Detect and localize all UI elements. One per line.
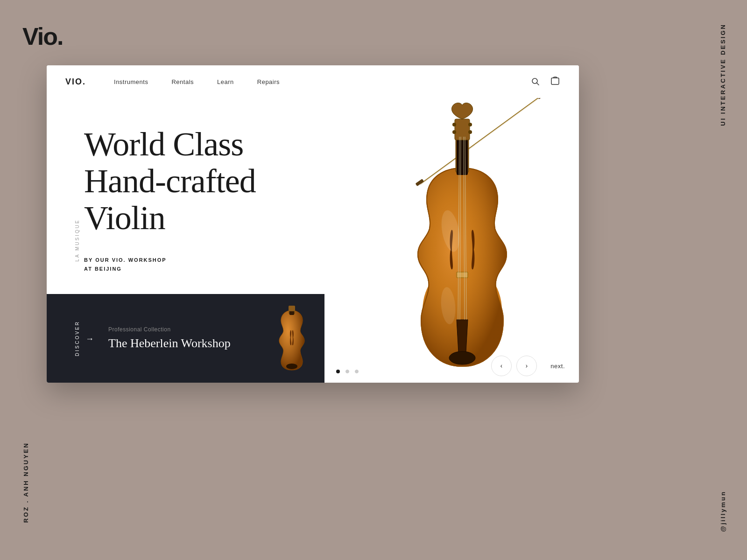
- panel-content: Professional Collection The Heberlein Wo…: [108, 326, 259, 350]
- discover-label: DISCOVER: [75, 321, 80, 356]
- nav-link-learn[interactable]: Learn: [217, 78, 234, 85]
- panel-title: The Heberlein Workshop: [108, 336, 259, 350]
- prev-button[interactable]: ‹: [491, 356, 512, 376]
- pagination-dot-1[interactable]: [336, 370, 340, 373]
- violin-image: [345, 79, 579, 383]
- hero-title: World Class Hand-crafted Violin: [84, 126, 256, 237]
- discover-section: DISCOVER ↓: [75, 321, 94, 356]
- hero-section: World Class Hand-crafted Violin BY OUR V…: [84, 126, 256, 274]
- nav-links: Instruments Rentals Learn Repairs: [114, 78, 530, 85]
- panel-collection-label: Professional Collection: [108, 326, 259, 333]
- discover-arrow-icon[interactable]: ↓: [85, 336, 94, 341]
- svg-point-18: [452, 130, 456, 134]
- pagination-dot-3[interactable]: [355, 370, 359, 373]
- next-button[interactable]: ›: [516, 356, 537, 376]
- nav-logo[interactable]: VIO.: [65, 77, 86, 87]
- navigation: VIO. Instruments Rentals Learn Repairs: [47, 65, 579, 98]
- browser-window: VIO. Instruments Rentals Learn Repairs: [47, 65, 579, 383]
- next-label: next.: [550, 363, 565, 370]
- outer-logo: Vio.: [22, 22, 63, 50]
- svg-point-12: [449, 351, 475, 364]
- nav-link-repairs[interactable]: Repairs: [257, 78, 280, 85]
- panel-violin-image: [273, 306, 310, 371]
- svg-point-16: [452, 123, 456, 126]
- svg-line-1: [537, 83, 539, 85]
- sidebar-label: LA MUSIQUE: [75, 219, 80, 261]
- nav-icons: [530, 77, 560, 87]
- search-icon[interactable]: [530, 77, 541, 87]
- svg-point-19: [468, 130, 472, 134]
- svg-rect-28: [289, 306, 295, 311]
- svg-point-17: [468, 123, 472, 126]
- cart-icon[interactable]: [550, 77, 560, 87]
- nav-link-instruments[interactable]: Instruments: [114, 78, 148, 85]
- bottom-panel: DISCOVER ↓ Professional Collection The H…: [47, 294, 324, 383]
- hero-subtitle: BY OUR VIO. WORKSHOP at Beijing: [84, 256, 256, 274]
- svg-point-29: [286, 364, 297, 369]
- nav-link-rentals[interactable]: Rentals: [171, 78, 194, 85]
- svg-point-0: [532, 78, 537, 84]
- main-content: LA MUSIQUE World Class Hand-crafted Viol…: [47, 98, 579, 383]
- svg-rect-15: [455, 119, 470, 140]
- svg-rect-2: [551, 78, 559, 84]
- outer-interactive-label: UI INTERACTIVE DESIGN: [719, 23, 726, 126]
- svg-rect-14: [457, 135, 468, 175]
- outer-social-label: @jillymun: [719, 490, 726, 532]
- nav-arrow-controls: ‹ ›: [491, 356, 537, 376]
- outer-author-label: ROZ . ANH NGUYEN: [22, 442, 29, 523]
- svg-line-4: [421, 95, 543, 183]
- pagination-dot-2[interactable]: [345, 370, 349, 373]
- pagination: [336, 370, 359, 373]
